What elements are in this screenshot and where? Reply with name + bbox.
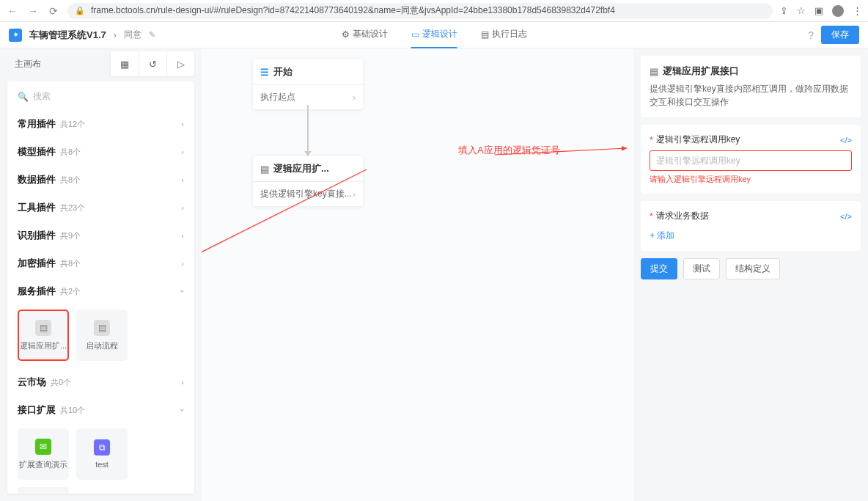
chevron-right-icon: › [181, 203, 184, 212]
field-body-label: 请求业务数据 [656, 210, 709, 222]
search-icon: 🔍 [18, 92, 29, 102]
cat-data[interactable]: 数据插件共8个› [7, 166, 194, 194]
panel-title: 逻辑应用扩展接口 [663, 65, 739, 78]
chevron-down-icon: › [178, 290, 187, 293]
chevron-right-icon: › [181, 120, 184, 128]
plugin-ext-demo[interactable]: ✉ 扩展查询演示 [18, 428, 69, 480]
chevron-right-icon: › [353, 92, 356, 103]
tab-logic-design[interactable]: ▭逻辑设计 [411, 22, 457, 48]
required-mark: * [650, 211, 653, 222]
reload-icon[interactable]: ⟳ [47, 5, 60, 17]
required-mark: * [650, 135, 653, 145]
url-text: frame.bctools.cn/rule-design-ui/#/ruleDe… [91, 4, 615, 17]
chevron-right-icon: › [181, 231, 184, 240]
app-header: ✦ 车辆管理系统V1.7 › 同意 ✎ ⚙基础设计 ▭逻辑设计 ▤执行日志 ? … [0, 22, 868, 48]
layers-icon: ☰ [260, 67, 269, 78]
plugin-logic-extend[interactable]: ▤ 逻辑应用扩... [18, 310, 69, 361]
share-icon[interactable]: ⇪ [780, 5, 788, 16]
add-button[interactable]: + 添加 [650, 230, 674, 242]
annotation-text: 填入A应用的逻辑凭证号 [458, 144, 560, 157]
test-button[interactable]: 测试 [683, 258, 720, 279]
chevron-right-icon: › [181, 378, 184, 387]
chevron-right-icon: › [181, 175, 184, 184]
submit-button[interactable]: 提交 [641, 258, 677, 279]
right-panel: ▤逻辑应用扩展接口 提供逻辑引擎key直接内部相互调用，做跨应用数据交互和接口交… [633, 48, 868, 501]
document-icon: ▤ [260, 164, 269, 175]
cat-interface-ext[interactable]: 接口扩展共10个› [7, 396, 194, 424]
chevron-down-icon: › [178, 409, 187, 412]
node-logic-extend[interactable]: ▤逻辑应用扩... 提供逻辑引擎key直接...› [253, 156, 363, 206]
play-icon[interactable]: ▷ [166, 51, 194, 76]
forward-icon[interactable]: → [26, 5, 40, 17]
gear-icon: ⚙ [342, 29, 350, 40]
connector-arrow-icon [304, 151, 312, 156]
profile-icon[interactable] [832, 5, 844, 17]
calendar-icon[interactable]: ▦ [111, 51, 139, 76]
chart-icon: ⧉ [94, 439, 110, 456]
annotation-arrows [202, 48, 633, 501]
document-icon: ▤ [94, 320, 110, 336]
node-start[interactable]: ☰开始 执行起点› [253, 59, 363, 109]
panel-desc: 提供逻辑引擎key直接内部相互调用，做跨应用数据交互和接口交互操作 [650, 82, 852, 109]
star-icon[interactable]: ☆ [797, 5, 806, 16]
extension-icon[interactable]: ▣ [814, 5, 823, 16]
plugin-test001[interactable]: ⚑ 测试001 [18, 487, 69, 494]
lock-icon: 🔒 [75, 6, 85, 15]
cat-encrypt[interactable]: 加密插件共8个› [7, 249, 194, 277]
url-bar[interactable]: 🔒 frame.bctools.cn/rule-design-ui/#/rule… [67, 3, 773, 19]
search-input[interactable]: 🔍 搜索 [7, 87, 194, 110]
cat-model[interactable]: 模型插件共8个› [7, 138, 194, 166]
chevron-right-icon: › [353, 189, 356, 200]
field-key-error: 请输入逻辑引擎远程调用key [650, 174, 852, 185]
back-icon[interactable]: ← [6, 5, 19, 17]
cat-tool[interactable]: 工具插件共23个› [7, 194, 194, 222]
edit-icon[interactable]: ✎ [149, 30, 155, 40]
breadcrumb-item[interactable]: 同意 [124, 29, 141, 41]
main-canvas-tab[interactable]: 主画布 [7, 54, 48, 75]
document-icon: ▤ [650, 66, 658, 77]
field-key-label: 逻辑引擎远程调用key [656, 134, 740, 146]
document-icon: ▤ [35, 320, 51, 336]
remote-key-input[interactable] [650, 150, 852, 171]
chevron-right-icon: › [181, 259, 184, 268]
history-icon[interactable]: ↺ [139, 51, 166, 76]
cat-service[interactable]: 服务插件共2个› [7, 277, 194, 305]
tab-base-design[interactable]: ⚙基础设计 [342, 22, 388, 48]
plugin-start-flow[interactable]: ▤ 启动流程 [76, 310, 128, 361]
tab-exec-log[interactable]: ▤执行日志 [481, 22, 527, 48]
plugin-panel: 🔍 搜索 常用插件共12个› 模型插件共8个› 数据插件共8个› 工具插件共23… [7, 81, 194, 494]
connector-line [307, 105, 309, 153]
help-icon[interactable]: ? [808, 29, 814, 41]
log-icon: ▤ [481, 29, 489, 40]
code-icon[interactable]: </> [840, 136, 852, 145]
canvas-area[interactable]: ☰开始 执行起点› ▤逻辑应用扩... 提供逻辑引擎key直接...› 填入A应… [202, 48, 633, 501]
struct-button[interactable]: 结构定义 [726, 258, 780, 279]
tool-box: ▦ ↺ ▷ [111, 51, 194, 76]
plugin-test[interactable]: ⧉ test [76, 428, 128, 480]
menu-icon[interactable]: ⋮ [853, 5, 862, 16]
chevron-right-icon: › [181, 147, 184, 156]
cat-recognition[interactable]: 识别插件共9个› [7, 222, 194, 249]
app-logo-icon: ✦ [9, 29, 22, 42]
save-button[interactable]: 保存 [821, 26, 859, 44]
app-title: 车辆管理系统V1.7 [29, 29, 106, 42]
cat-common[interactable]: 常用插件共12个› [7, 110, 194, 138]
left-panel: 主画布 ▦ ↺ ▷ 🔍 搜索 常用插件共12个› 模型插件共8个› 数据插件共8… [0, 48, 202, 501]
chat-icon: ✉ [35, 439, 51, 455]
browser-bar: ← → ⟳ 🔒 frame.bctools.cn/rule-design-ui/… [0, 0, 868, 22]
code-icon[interactable]: </> [840, 212, 852, 221]
flow-icon: ▭ [411, 29, 419, 40]
breadcrumb-sep: › [114, 30, 117, 40]
cat-cloud-market[interactable]: 云市场共0个› [7, 368, 194, 396]
